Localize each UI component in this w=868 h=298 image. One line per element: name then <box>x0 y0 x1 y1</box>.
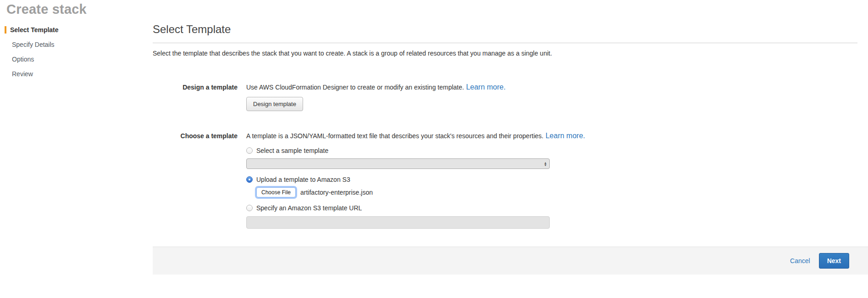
radio-upload-s3-label: Upload a template to Amazon S3 <box>256 176 350 183</box>
main-content: Select Template Select the template that… <box>153 23 857 229</box>
sidebar-item-select-template[interactable]: Select Template <box>5 26 133 34</box>
sidebar-item-review[interactable]: Review <box>5 70 133 78</box>
radio-specify-url-label: Specify an Amazon S3 template URL <box>256 204 362 212</box>
radio-specify-url[interactable]: Specify an Amazon S3 template URL <box>246 204 857 212</box>
radio-button-icon[interactable] <box>246 205 253 211</box>
section-description: Select the template that describes the s… <box>153 50 857 57</box>
wizard-steps-sidebar: Select Template Specify Details Options … <box>5 26 133 85</box>
choose-template-text: A template is a JSON/YAML-formatted text… <box>246 132 543 140</box>
sample-template-select[interactable]: ▲▼ <box>246 158 550 169</box>
sidebar-item-specify-details[interactable]: Specify Details <box>5 41 133 48</box>
design-template-button[interactable]: Design template <box>246 97 303 111</box>
choose-template-row: Choose a template A template is a JSON/Y… <box>153 132 857 229</box>
choose-template-label: Choose a template <box>153 132 238 229</box>
choose-learn-more-link[interactable]: Learn more. <box>546 132 585 140</box>
choose-file-button[interactable]: Choose File <box>256 187 296 197</box>
sidebar-item-options[interactable]: Options <box>5 56 133 63</box>
select-stepper-icon: ▲▼ <box>544 162 547 166</box>
create-stack-page: Create stack Select Template Specify Det… <box>0 0 868 298</box>
wizard-footer: Cancel Next <box>153 247 868 275</box>
page-title: Create stack <box>6 2 87 17</box>
radio-sample-template-label: Select a sample template <box>256 147 328 154</box>
design-template-label: Design a template <box>153 83 238 111</box>
radio-upload-s3[interactable]: Upload a template to Amazon S3 <box>246 176 857 183</box>
radio-sample-template[interactable]: Select a sample template <box>246 147 857 154</box>
design-template-row: Design a template Use AWS CloudFormation… <box>153 83 857 111</box>
radio-button-icon[interactable] <box>246 176 253 183</box>
radio-button-icon[interactable] <box>246 147 253 154</box>
design-learn-more-link[interactable]: Learn more. <box>466 83 505 91</box>
section-heading: Select Template <box>153 23 857 36</box>
cancel-button[interactable]: Cancel <box>790 257 810 264</box>
design-template-text: Use AWS CloudFormation Designer to creat… <box>246 84 464 91</box>
uploaded-file-name: artifactory-enterprise.json <box>300 189 373 196</box>
heading-divider <box>153 43 857 43</box>
next-button[interactable]: Next <box>819 253 849 269</box>
file-upload-row: Choose File artifactory-enterprise.json <box>256 187 857 197</box>
s3-url-input[interactable] <box>246 216 550 229</box>
